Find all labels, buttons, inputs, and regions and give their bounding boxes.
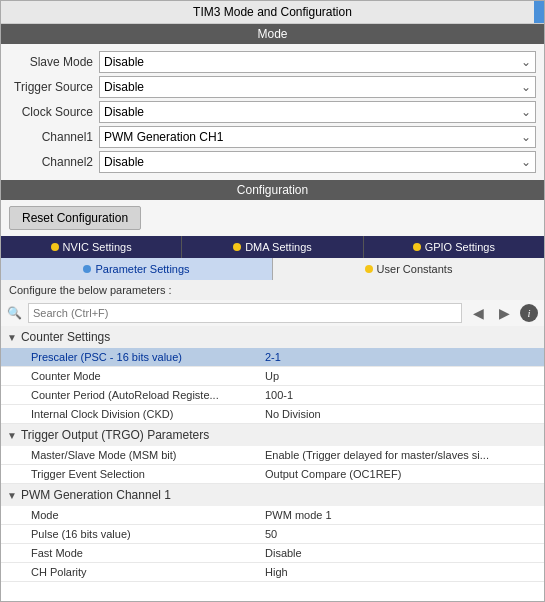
tab-user-constants[interactable]: User Constants <box>273 258 544 280</box>
group-pwm-channel1[interactable]: ▼ PWM Generation Channel 1 <box>1 484 544 506</box>
title-bar: TIM3 Mode and Configuration <box>1 1 544 24</box>
chevron-down-icon: ⌄ <box>521 155 531 169</box>
table-row: Internal Clock Division (CKD) No Divisio… <box>1 405 544 424</box>
table-row: Master/Slave Mode (MSM bit) Enable (Trig… <box>1 446 544 465</box>
chevron-icon: ▼ <box>7 332 17 343</box>
reset-configuration-button[interactable]: Reset Configuration <box>9 206 141 230</box>
tab-gpio-settings[interactable]: GPIO Settings <box>364 236 544 258</box>
clock-source-row: Clock Source Disable ⌄ <box>9 101 536 123</box>
window-title: TIM3 Mode and Configuration <box>193 5 352 19</box>
group-trigger-output[interactable]: ▼ Trigger Output (TRGO) Parameters <box>1 424 544 446</box>
tabs-row1: NVIC Settings DMA Settings GPIO Settings <box>1 236 544 258</box>
search-icon: 🔍 <box>7 306 22 320</box>
tab-parameter-settings[interactable]: Parameter Settings <box>1 258 273 280</box>
trigger-source-row: Trigger Source Disable ⌄ <box>9 76 536 98</box>
channel2-row: Channel2 Disable ⌄ <box>9 151 536 173</box>
channel2-label: Channel2 <box>9 155 99 169</box>
scroll-indicator <box>534 1 544 23</box>
chevron-down-icon: ⌄ <box>521 80 531 94</box>
table-row: Mode PWM mode 1 <box>1 506 544 525</box>
dot-icon <box>413 243 421 251</box>
config-section-header: Configuration <box>1 180 544 200</box>
clock-source-select[interactable]: Disable ⌄ <box>99 101 536 123</box>
chevron-icon: ▼ <box>7 430 17 441</box>
tab-dma-settings[interactable]: DMA Settings <box>182 236 363 258</box>
chevron-down-icon: ⌄ <box>521 105 531 119</box>
clock-source-label: Clock Source <box>9 105 99 119</box>
chevron-down-icon: ⌄ <box>521 130 531 144</box>
chevron-icon: ▼ <box>7 490 17 501</box>
table-row: Prescaler (PSC - 16 bits value) 2-1 <box>1 348 544 367</box>
dot-icon <box>365 265 373 273</box>
table-row: Fast Mode Disable <box>1 544 544 563</box>
tab-nvic-settings[interactable]: NVIC Settings <box>1 236 182 258</box>
next-button[interactable]: ▶ <box>494 303 514 323</box>
table-row: Pulse (16 bits value) 50 <box>1 525 544 544</box>
config-section: Reset Configuration NVIC Settings DMA Se… <box>1 200 544 280</box>
mode-section-header: Mode <box>1 24 544 44</box>
trigger-source-select[interactable]: Disable ⌄ <box>99 76 536 98</box>
group-counter-settings[interactable]: ▼ Counter Settings <box>1 326 544 348</box>
trigger-source-label: Trigger Source <box>9 80 99 94</box>
table-row: Counter Period (AutoReload Registe... 10… <box>1 386 544 405</box>
channel2-select[interactable]: Disable ⌄ <box>99 151 536 173</box>
channel1-row: Channel1 PWM Generation CH1 ⌄ <box>9 126 536 148</box>
dot-icon <box>83 265 91 273</box>
slave-mode-label: Slave Mode <box>9 55 99 69</box>
info-icon[interactable]: i <box>520 304 538 322</box>
table-row: Trigger Event Selection Output Compare (… <box>1 465 544 484</box>
dot-icon <box>51 243 59 251</box>
dot-icon <box>233 243 241 251</box>
chevron-down-icon: ⌄ <box>521 55 531 69</box>
channel1-select[interactable]: PWM Generation CH1 ⌄ <box>99 126 536 148</box>
tabs-row2: Parameter Settings User Constants <box>1 258 544 280</box>
main-window: TIM3 Mode and Configuration Mode Slave M… <box>0 0 545 602</box>
configure-text: Configure the below parameters : <box>1 280 544 300</box>
prev-button[interactable]: ◀ <box>468 303 488 323</box>
slave-mode-select[interactable]: Disable ⌄ <box>99 51 536 73</box>
params-container: ▼ Counter Settings Prescaler (PSC - 16 b… <box>1 326 544 601</box>
search-input[interactable] <box>28 303 462 323</box>
table-row: CH Polarity High <box>1 563 544 582</box>
slave-mode-row: Slave Mode Disable ⌄ <box>9 51 536 73</box>
mode-section: Slave Mode Disable ⌄ Trigger Source Disa… <box>1 44 544 180</box>
table-row: Counter Mode Up <box>1 367 544 386</box>
search-bar: 🔍 ◀ ▶ i <box>1 300 544 326</box>
channel1-label: Channel1 <box>9 130 99 144</box>
